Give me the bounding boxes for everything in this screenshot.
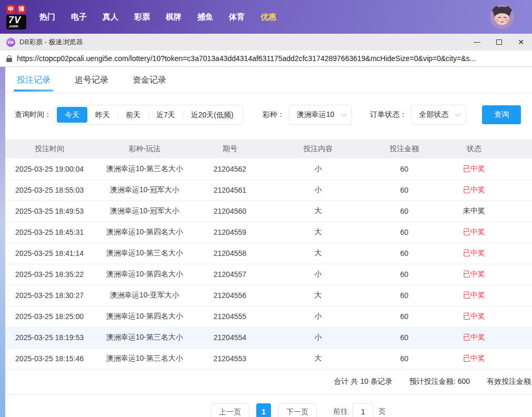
cell-bet-time: 2025-03-25 18:55:03 <box>5 180 94 201</box>
cell-game: 澳洲幸运10-亚军大小 <box>94 285 195 306</box>
browser-urlbar: https://ctopcp02pcali.uengi5e.com/lotter… <box>0 51 532 67</box>
tab-bet-records[interactable]: 投注记录 <box>17 67 51 93</box>
nav-item-fishing[interactable]: 捕鱼 <box>189 12 221 22</box>
cell-game: 澳洲幸运10-第四名大小 <box>94 264 195 285</box>
tab-chase-records[interactable]: 追号记录 <box>75 67 108 93</box>
cell-amount: 60 <box>372 264 437 285</box>
cell-status: 已中奖 <box>437 180 511 201</box>
nav-item-promos[interactable]: 优惠 <box>253 12 284 22</box>
logo-badges: 申 博 <box>6 5 26 14</box>
cell-game: 澳洲幸运10-冠军大小 <box>94 201 195 222</box>
table-row: 2025-03-25 18:45:31 澳洲幸运10-第四名大小 2120455… <box>5 222 532 243</box>
cell-amount: 60 <box>372 201 437 222</box>
cell-issue: 21204558 <box>195 243 264 264</box>
cell-amount: 60 <box>372 306 437 327</box>
cell-status: 已中奖 <box>437 285 511 306</box>
logo-badge-shen: 申 <box>6 5 15 14</box>
nav-item-live[interactable]: 真人 <box>95 12 126 22</box>
bet-records-table: 投注时间 彩种-玩法 期号 投注内容 投注金额 状态 2025-03-25 19… <box>5 140 532 370</box>
nav-item-sports[interactable]: 体育 <box>221 12 253 22</box>
page-body: 投注记录 追号记录 资金记录 查询时间： 今天 昨天 前天 近7天 近20天(低… <box>0 67 532 417</box>
cell-amount: 60 <box>372 158 437 180</box>
chevron-down-icon <box>455 111 461 116</box>
cell-game: 澳洲幸运10-第三名大小 <box>94 158 195 180</box>
cell-issue: 21204554 <box>195 327 264 348</box>
user-avatar[interactable] <box>490 5 514 29</box>
close-button[interactable]: ✕ <box>510 34 532 51</box>
nav-item-slots[interactable]: 电子 <box>63 12 95 22</box>
cell-game: 澳洲幸运10-第三名大小 <box>94 348 195 369</box>
query-button[interactable]: 查询 <box>482 105 521 124</box>
cell-status: 已中奖 <box>437 264 511 285</box>
cell-amount: 60 <box>372 348 437 369</box>
chevron-down-icon <box>341 111 347 116</box>
maximize-icon <box>496 39 502 45</box>
table-row: 2025-03-25 18:30:27 澳洲幸运10-亚军大小 21204556… <box>5 285 532 306</box>
cell-bet-time: 2025-03-25 18:25:00 <box>5 306 94 327</box>
cell-content: 小 <box>264 158 372 180</box>
cell-status: 未中奖 <box>437 201 511 222</box>
filter-bar: 查询时间： 今天 昨天 前天 近7天 近20天(低频) 彩种： 澳洲幸运10 订… <box>5 93 532 140</box>
goto-page-group: 前往 页 <box>333 403 386 417</box>
minimize-button[interactable] <box>466 34 488 51</box>
time-option-yesterday[interactable]: 昨天 <box>87 107 118 123</box>
time-option-20days[interactable]: 近20天(低频) <box>183 107 242 123</box>
site-nav-menu: 热门 电子 真人 彩票 棋牌 捕鱼 体育 优惠 <box>32 12 284 22</box>
cell-bet-time: 2025-03-25 18:41:14 <box>5 243 94 264</box>
goto-suffix: 页 <box>378 407 386 416</box>
nav-item-hot[interactable]: 热门 <box>32 12 63 22</box>
cell-content: 大 <box>264 222 372 243</box>
valid-bet-amount-text: 有效投注金额 <box>487 377 531 386</box>
goto-label: 前往 <box>333 407 348 416</box>
tab-fund-records[interactable]: 资金记录 <box>133 67 166 93</box>
cell-content: 小 <box>264 327 372 348</box>
cell-amount: 60 <box>372 222 437 243</box>
time-option-7days[interactable]: 近7天 <box>148 107 183 123</box>
cell-content: 小 <box>264 180 372 201</box>
cell-content: 大 <box>264 348 372 369</box>
cell-issue: 21204562 <box>195 158 264 180</box>
minimize-icon <box>474 42 480 43</box>
cell-amount: 60 <box>372 180 437 201</box>
browser-titlebar: DB DB彩票 - 极速浏览器 ✕ <box>0 34 532 51</box>
cell-issue: 21204559 <box>195 222 264 243</box>
url-text[interactable]: https://ctopcp02pcali.uengi5e.com/lotter… <box>17 54 476 63</box>
cell-bet-time: 2025-03-25 18:49:53 <box>5 201 94 222</box>
table-row: 2025-03-25 18:15:46 澳洲幸运10-第三名大小 2120455… <box>5 348 532 369</box>
logo-badge-bo: 博 <box>17 5 26 14</box>
order-status-select[interactable]: 全部状态 <box>411 105 466 125</box>
cell-game: 澳洲幸运10-第四名大小 <box>94 306 195 327</box>
next-page-button[interactable]: 下一页 <box>278 403 317 417</box>
table-row: 2025-03-25 18:19:53 澳洲幸运10-第三名大小 2120455… <box>5 327 532 348</box>
maximize-button[interactable] <box>488 34 510 51</box>
cell-status: 已中奖 <box>437 348 511 369</box>
goto-page-input[interactable] <box>353 403 374 417</box>
cell-issue: 21204556 <box>195 285 264 306</box>
logo-box: 7V .com <box>6 15 26 29</box>
column-header-bet-time: 投注时间 <box>5 140 94 158</box>
column-header-status: 状态 <box>437 140 511 158</box>
user-avatar-image <box>490 5 514 29</box>
order-status-value: 全部状态 <box>419 110 448 120</box>
prev-page-button[interactable]: 上一页 <box>210 403 249 417</box>
time-option-day-before[interactable]: 前天 <box>118 107 148 123</box>
cell-status: 已中奖 <box>437 222 511 243</box>
nav-item-cards[interactable]: 棋牌 <box>158 12 189 22</box>
nav-item-lottery[interactable]: 彩票 <box>126 12 158 22</box>
lottery-type-select[interactable]: 澳洲幸运10 <box>289 105 353 125</box>
cell-status: 已中奖 <box>437 243 511 264</box>
cell-content: 大 <box>264 201 372 222</box>
time-range-group: 今天 昨天 前天 近7天 近20天(低频) <box>55 105 244 125</box>
site-logo[interactable]: 申 博 7V .com <box>6 5 26 29</box>
logo-sub-text: .com <box>8 24 24 28</box>
table-row: 2025-03-25 18:49:53 澳洲幸运10-冠军大小 21204560… <box>5 201 532 222</box>
lottery-type-label: 彩种： <box>263 110 285 120</box>
cell-content: 大 <box>264 243 372 264</box>
cell-bet-time: 2025-03-25 18:35:22 <box>5 264 94 285</box>
window-controls: ✕ <box>466 34 532 51</box>
cell-content: 小 <box>264 306 372 327</box>
time-option-today[interactable]: 今天 <box>57 107 87 123</box>
table-row: 2025-03-25 18:35:22 澳洲幸运10-第四名大小 2120455… <box>5 264 532 285</box>
page-number-1[interactable]: 1 <box>256 403 271 417</box>
cell-content: 小 <box>264 264 372 285</box>
